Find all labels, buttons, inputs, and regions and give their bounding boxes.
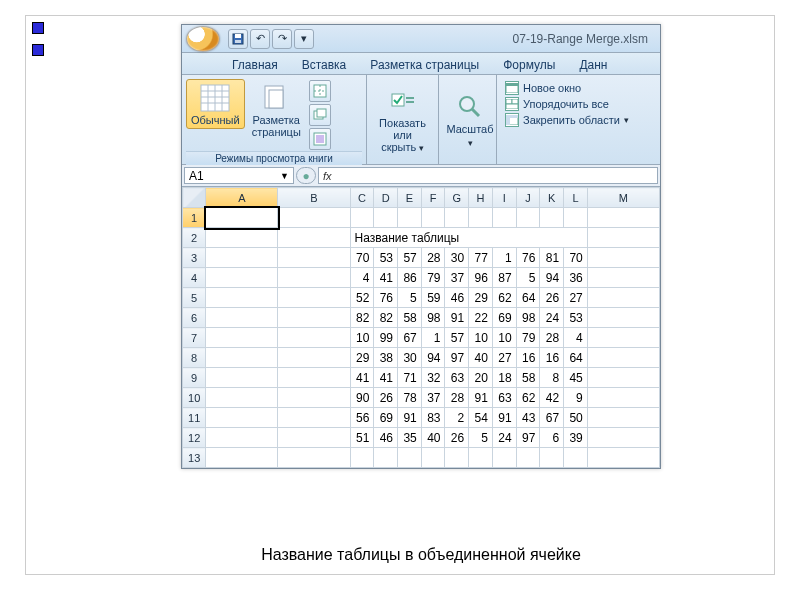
cell[interactable]: 5 — [469, 428, 493, 448]
cell[interactable]: 53 — [564, 308, 588, 328]
cell[interactable] — [516, 208, 540, 228]
cell[interactable]: 70 — [564, 248, 588, 268]
cell[interactable]: 58 — [398, 308, 422, 328]
cell[interactable]: 30 — [398, 348, 422, 368]
col-header-M[interactable]: M — [587, 188, 659, 208]
row-header[interactable]: 8 — [183, 348, 206, 368]
active-cell[interactable] — [206, 208, 278, 228]
cell[interactable]: 87 — [492, 268, 516, 288]
freeze-panes-button[interactable]: Закрепить области — [505, 113, 652, 127]
cell[interactable]: 28 — [421, 248, 445, 268]
cell[interactable]: 46 — [445, 288, 469, 308]
cell[interactable] — [278, 268, 350, 288]
cell[interactable] — [278, 388, 350, 408]
row-header[interactable]: 10 — [183, 388, 206, 408]
cell[interactable] — [421, 448, 445, 468]
cell[interactable] — [492, 208, 516, 228]
cell[interactable] — [278, 348, 350, 368]
cell[interactable] — [469, 448, 493, 468]
col-header-C[interactable]: C — [350, 188, 374, 208]
cell[interactable] — [278, 208, 350, 228]
zoom-button[interactable]: Масштаб — [443, 79, 497, 160]
cell[interactable] — [587, 388, 659, 408]
page-break-preview-button[interactable] — [309, 80, 331, 102]
cell[interactable] — [564, 448, 588, 468]
cell[interactable]: 18 — [492, 368, 516, 388]
cell[interactable]: 91 — [445, 308, 469, 328]
qat-customize[interactable]: ▾ — [294, 29, 314, 49]
cell[interactable] — [350, 208, 374, 228]
cell[interactable]: 35 — [398, 428, 422, 448]
cell[interactable]: 6 — [540, 428, 564, 448]
cell[interactable]: 4 — [564, 328, 588, 348]
cell[interactable]: 8 — [540, 368, 564, 388]
cell[interactable]: 41 — [350, 368, 374, 388]
cell[interactable]: 51 — [350, 428, 374, 448]
col-header-H[interactable]: H — [469, 188, 493, 208]
cell[interactable]: 63 — [492, 388, 516, 408]
cell[interactable]: 38 — [374, 348, 398, 368]
cell[interactable]: 94 — [540, 268, 564, 288]
cell[interactable]: 40 — [469, 348, 493, 368]
cell[interactable] — [587, 448, 659, 468]
cell[interactable]: 91 — [398, 408, 422, 428]
cell[interactable] — [278, 448, 350, 468]
cell[interactable]: 67 — [540, 408, 564, 428]
cell[interactable]: 99 — [374, 328, 398, 348]
cell[interactable] — [206, 388, 278, 408]
show-hide-button[interactable]: Показатьили скрыть — [371, 79, 434, 160]
cell[interactable]: 82 — [374, 308, 398, 328]
cell[interactable]: 41 — [374, 268, 398, 288]
cell[interactable]: 83 — [421, 408, 445, 428]
col-header-L[interactable]: L — [564, 188, 588, 208]
tab-home[interactable]: Главная — [222, 56, 288, 74]
new-window-button[interactable]: Новое окно — [505, 81, 652, 95]
row-header[interactable]: 5 — [183, 288, 206, 308]
cell[interactable] — [587, 228, 659, 248]
cell[interactable] — [421, 208, 445, 228]
formula-bar[interactable]: fx — [318, 167, 658, 184]
cell[interactable]: 90 — [350, 388, 374, 408]
tab-insert[interactable]: Вставка — [292, 56, 357, 74]
cell[interactable] — [469, 208, 493, 228]
cell[interactable] — [278, 288, 350, 308]
cell[interactable]: 20 — [469, 368, 493, 388]
cell[interactable] — [398, 448, 422, 468]
cell[interactable]: 9 — [564, 388, 588, 408]
name-box[interactable]: A1 ▼ — [184, 167, 294, 184]
col-header-D[interactable]: D — [374, 188, 398, 208]
cell[interactable] — [278, 328, 350, 348]
cell[interactable]: 77 — [469, 248, 493, 268]
cell[interactable]: 67 — [398, 328, 422, 348]
row-header[interactable]: 12 — [183, 428, 206, 448]
cell[interactable] — [374, 448, 398, 468]
cell[interactable]: 64 — [564, 348, 588, 368]
cell[interactable]: 4 — [350, 268, 374, 288]
cell[interactable]: 32 — [421, 368, 445, 388]
col-header-A[interactable]: A — [206, 188, 278, 208]
cell[interactable]: 40 — [421, 428, 445, 448]
cell[interactable]: 86 — [398, 268, 422, 288]
cell[interactable] — [278, 408, 350, 428]
cell[interactable]: 59 — [421, 288, 445, 308]
cell[interactable]: 37 — [445, 268, 469, 288]
cell[interactable]: 54 — [469, 408, 493, 428]
cell[interactable]: 10 — [350, 328, 374, 348]
cell[interactable]: 50 — [564, 408, 588, 428]
cell[interactable] — [278, 428, 350, 448]
cell[interactable]: 97 — [516, 428, 540, 448]
cell[interactable] — [278, 248, 350, 268]
cell[interactable]: 36 — [564, 268, 588, 288]
worksheet-grid[interactable]: ABCDEFGHIJKLM12Название таблицы370535728… — [182, 187, 660, 468]
cell[interactable]: 24 — [540, 308, 564, 328]
cell[interactable]: 79 — [516, 328, 540, 348]
cell[interactable]: 76 — [516, 248, 540, 268]
cell[interactable] — [445, 448, 469, 468]
cell[interactable] — [587, 348, 659, 368]
tab-formulas[interactable]: Формулы — [493, 56, 565, 74]
cell[interactable]: 62 — [516, 388, 540, 408]
cell[interactable]: 27 — [492, 348, 516, 368]
cell[interactable] — [206, 268, 278, 288]
cell[interactable]: 37 — [421, 388, 445, 408]
cell[interactable] — [587, 248, 659, 268]
